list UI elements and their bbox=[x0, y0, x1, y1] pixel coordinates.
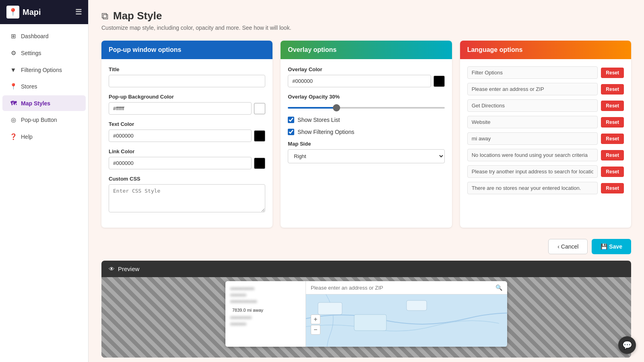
store-item-2: ■■■■■■ bbox=[230, 292, 301, 297]
overlay-options-card: Overlay options Overlay Color Overlay Op… bbox=[281, 41, 452, 228]
text-color-swatch[interactable] bbox=[254, 130, 265, 142]
preview-title: Preview bbox=[118, 265, 139, 272]
show-filtering-options-checkbox[interactable] bbox=[288, 129, 294, 135]
link-color-label: Link Color bbox=[109, 148, 265, 154]
zoom-out-button[interactable]: − bbox=[311, 325, 320, 335]
app-logo[interactable]: 📍 Mapi ☰ bbox=[0, 0, 88, 24]
map-tiles-area: + − bbox=[306, 294, 507, 347]
map-search-input[interactable] bbox=[311, 285, 492, 291]
app-name: Mapi bbox=[23, 8, 41, 17]
cancel-button[interactable]: ‹ Cancel bbox=[548, 239, 588, 254]
title-input[interactable] bbox=[109, 75, 265, 87]
stores-icon: 📍 bbox=[10, 83, 17, 90]
custom-css-textarea[interactable] bbox=[109, 184, 265, 212]
settings-icon: ⚙ bbox=[10, 49, 17, 57]
hamburger-menu[interactable]: ☰ bbox=[75, 8, 82, 16]
title-field-group: Title bbox=[109, 66, 265, 87]
popup-window-card-header: Pop-up window options bbox=[101, 41, 272, 59]
language-options-card-header: Language options bbox=[460, 41, 631, 59]
lang-input-filter-options[interactable] bbox=[467, 66, 598, 79]
map-side-select[interactable]: Left Right bbox=[288, 149, 444, 163]
preview-header: 👁 Preview bbox=[101, 261, 631, 277]
reset-button-no-locations[interactable]: Reset bbox=[601, 150, 624, 160]
save-button[interactable]: 💾 Save bbox=[592, 239, 631, 254]
lang-input-mi-away[interactable] bbox=[467, 132, 598, 145]
text-color-field-group: Text Color bbox=[109, 121, 265, 142]
chat-bubble[interactable]: 💬 bbox=[618, 336, 636, 354]
page-title: Map Style bbox=[113, 10, 162, 22]
map-overlay-panel: ■■■■■■■■■ ■■■■■■ ■■■■■■■■■■ 7839.0 mi aw… bbox=[225, 281, 507, 347]
show-stores-list-checkbox[interactable] bbox=[288, 117, 294, 123]
sidebar-item-popup-button[interactable]: ◎ Pop-up Button bbox=[2, 112, 86, 128]
lang-row-mi-away: Reset bbox=[467, 132, 624, 145]
sidebar-item-settings[interactable]: ⚙ Settings bbox=[2, 45, 86, 61]
reset-button-filter-options[interactable]: Reset bbox=[601, 68, 624, 78]
page-header: ⧉ Map Style Customize map style, includi… bbox=[89, 0, 644, 36]
sidebar-item-filtering-options[interactable]: ▼ Filtering Options bbox=[2, 62, 86, 78]
bg-color-field-group: Pop-up Background Color bbox=[109, 94, 265, 115]
sidebar-item-label: Settings bbox=[21, 50, 41, 56]
lang-row-no-stores-near: Reset bbox=[467, 182, 624, 194]
overlay-color-swatch[interactable] bbox=[433, 76, 445, 87]
reset-button-get-directions[interactable]: Reset bbox=[601, 101, 624, 111]
lang-input-enter-address[interactable] bbox=[467, 83, 598, 95]
overlay-color-input[interactable] bbox=[288, 75, 431, 87]
filter-icon: ▼ bbox=[10, 66, 17, 73]
sidebar-item-stores[interactable]: 📍 Stores bbox=[2, 78, 86, 95]
show-stores-list-row: Show Stores List bbox=[288, 117, 444, 123]
opacity-slider[interactable] bbox=[288, 107, 444, 109]
lang-input-no-locations[interactable] bbox=[467, 149, 598, 161]
reset-button-no-stores-near[interactable]: Reset bbox=[601, 183, 624, 193]
lang-input-no-stores-near[interactable] bbox=[467, 182, 598, 194]
map-styles-icon: 🗺 bbox=[10, 100, 17, 107]
map-side-label: Map Side bbox=[288, 141, 444, 147]
logo-icon: 📍 bbox=[6, 6, 19, 19]
reset-button-try-another[interactable]: Reset bbox=[601, 167, 624, 177]
zoom-in-button[interactable]: + bbox=[311, 315, 320, 324]
search-icon: 🔍 bbox=[495, 284, 502, 291]
svg-rect-2 bbox=[354, 315, 386, 331]
store-item-3: ■■■■■■■■■■ bbox=[230, 299, 301, 304]
lang-input-website[interactable] bbox=[467, 116, 598, 128]
sidebar-item-label: Help bbox=[21, 134, 33, 140]
map-preview: ■■■■■■■■■ ■■■■■■ ■■■■■■■■■■ 7839.0 mi aw… bbox=[101, 277, 631, 358]
svg-rect-1 bbox=[318, 302, 342, 315]
sidebar-item-label: Dashboard bbox=[21, 33, 49, 39]
link-color-swatch[interactable] bbox=[254, 158, 265, 169]
lang-row-filter-options: Reset bbox=[467, 66, 624, 79]
svg-rect-3 bbox=[407, 300, 427, 311]
text-color-input[interactable] bbox=[109, 130, 252, 142]
show-filtering-options-row: Show Filtering Options bbox=[288, 129, 444, 135]
lang-row-try-another: Reset bbox=[467, 165, 624, 178]
lang-input-try-another[interactable] bbox=[467, 165, 598, 178]
popup-window-card: Pop-up window options Title Pop-up Backg… bbox=[101, 41, 272, 228]
overlay-options-card-body: Overlay Color Overlay Opacity 30% Show S… bbox=[281, 59, 452, 177]
sidebar-item-label: Filtering Options bbox=[21, 67, 62, 73]
lang-row-get-directions: Reset bbox=[467, 99, 624, 112]
show-filtering-options-label: Show Filtering Options bbox=[297, 129, 354, 135]
link-color-input[interactable] bbox=[109, 157, 252, 169]
bg-color-input[interactable] bbox=[109, 102, 252, 115]
bg-color-swatch[interactable] bbox=[254, 103, 265, 114]
lang-input-get-directions[interactable] bbox=[467, 99, 598, 112]
sidebar-item-map-styles[interactable]: 🗺 Map Styles bbox=[2, 95, 86, 111]
show-stores-list-label: Show Stores List bbox=[297, 117, 340, 123]
main-content: ⧉ Map Style Customize map style, includi… bbox=[89, 0, 644, 362]
sidebar-item-help[interactable]: ❓ Help bbox=[2, 129, 86, 145]
map-distance: 7839.0 mi away bbox=[230, 307, 301, 313]
sidebar-item-dashboard[interactable]: ⊞ Dashboard bbox=[2, 28, 86, 44]
reset-button-mi-away[interactable]: Reset bbox=[601, 134, 624, 144]
sidebar-item-label: Map Styles bbox=[21, 100, 50, 107]
page-subtitle: Customize map style, including color, op… bbox=[101, 25, 631, 31]
opacity-field-group: Overlay Opacity 30% bbox=[288, 94, 444, 110]
map-side-field-group: Map Side Left Right bbox=[288, 141, 444, 163]
map-zoom-controls: + − bbox=[311, 315, 320, 335]
lang-row-enter-address: Reset bbox=[467, 83, 624, 95]
overlay-options-card-header: Overlay options bbox=[281, 41, 452, 59]
language-options-card-title: Language options bbox=[467, 46, 523, 53]
reset-button-enter-address[interactable]: Reset bbox=[601, 84, 624, 95]
reset-button-website[interactable]: Reset bbox=[601, 117, 624, 128]
action-row: ‹ Cancel 💾 Save bbox=[89, 234, 644, 261]
store-item-1: ■■■■■■■■■ bbox=[230, 286, 301, 291]
popup-window-card-body: Title Pop-up Background Color Text Color bbox=[101, 59, 272, 228]
